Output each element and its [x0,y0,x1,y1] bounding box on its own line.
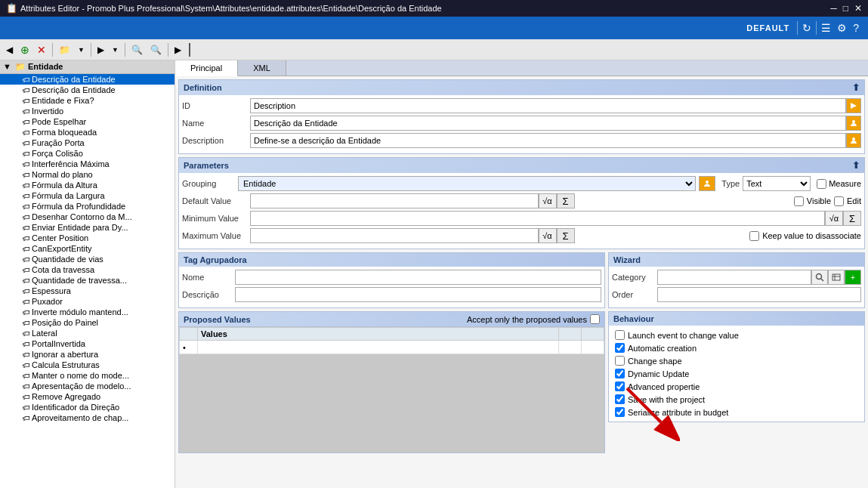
behaviour-check-2[interactable] [615,356,625,366]
tree-item-1[interactable]: 🏷 Descrição da Entidade [0,85,175,95]
tree-item-label-21: Puxador [32,297,63,306]
minimize-btn[interactable]: ─ [830,3,837,14]
minimum-value-input[interactable] [250,211,825,226]
refresh-btn[interactable]: ↻ [799,20,814,36]
behaviour-check-1[interactable] [615,343,625,353]
folder-btn[interactable]: 📁 [56,42,73,57]
definition-collapse-btn[interactable]: ⬆ [852,82,860,93]
behaviour-check-6[interactable] [615,407,625,417]
tree-item-17[interactable]: 🏷 Quantidade de vias [0,254,175,264]
behaviour-check-0[interactable] [615,330,625,340]
tree-item-27[interactable]: 🏷 Calcula Estruturas [0,360,175,370]
id-icon-btn[interactable] [846,98,861,113]
run-btn[interactable]: ▶ [171,42,184,57]
tree-item-18[interactable]: 🏷 Cota da travessa [0,264,175,275]
grouping-select[interactable]: Entidade [238,176,696,191]
default-sqrt-btn[interactable]: √α [539,193,557,208]
item-icon-9: 🏷 [23,171,30,179]
min-sqrt-btn[interactable]: √α [825,211,843,226]
search-btn2[interactable]: 🔍 [147,42,165,57]
proposed-cell-val[interactable] [198,341,559,354]
name-icon-btn[interactable] [846,116,861,131]
behaviour-check-3[interactable] [615,369,625,378]
tree-item-25[interactable]: 🏷 PortalInvertida [0,338,175,349]
tree-item-15[interactable]: 🏷 Center Position [0,233,175,243]
menu-btn[interactable]: ☰ [818,20,834,36]
tree-item-24[interactable]: 🏷 Lateral [0,328,175,338]
visible-checkbox[interactable] [794,196,804,206]
search-btn1[interactable]: 🔍 [128,42,146,57]
tab-xml[interactable]: XML [238,60,286,76]
tree-item-6[interactable]: 🏷 Furação Porta [0,137,175,148]
name-input[interactable] [250,116,846,131]
tree-item-32[interactable]: 🏷 Aproveitamento de chap... [0,412,175,423]
maximum-value-input[interactable] [250,228,539,243]
root-expand-icon[interactable]: ▼ [3,62,11,71]
default-sum-btn[interactable]: Σ [557,193,575,208]
tree-item-8[interactable]: 🏷 Interferência Máxima [0,159,175,169]
category-search-btn[interactable] [811,270,828,285]
profile-badge[interactable]: DEFAULT [746,23,789,32]
add-btn[interactable]: ⊕ [17,42,32,58]
tree-item-11[interactable]: 🏷 Fórmula da Largura [0,190,175,201]
tree-item-23[interactable]: 🏷 Posição do Painel [0,317,175,328]
grouping-icon-btn[interactable] [699,176,715,191]
tree-item-19[interactable]: 🏷 Quantidade de travessa... [0,275,175,286]
tab-principal[interactable]: Principal [175,60,238,76]
category-find-btn[interactable] [828,270,845,285]
parameters-collapse-btn[interactable]: ⬆ [852,160,860,171]
tree-item-2[interactable]: 🏷 Entidade e Fixa? [0,95,175,106]
id-input[interactable] [250,98,846,113]
tree-item-26[interactable]: 🏷 Ignorar a abertura [0,349,175,360]
tree-item-16[interactable]: 🏷 CanExportEntity [0,243,175,254]
behaviour-label-6: Serialize attribute in budget [628,408,728,417]
tree-item-3[interactable]: 🏷 Invertido [0,106,175,116]
tree-item-28[interactable]: 🏷 Manter o nome do mode... [0,370,175,381]
tree-item-20[interactable]: 🏷 Espessura [0,286,175,296]
tree-item-30[interactable]: 🏷 Remove Agregado [0,391,175,402]
description-input[interactable] [250,133,846,148]
tree-item-5[interactable]: 🏷 Forma bloqueada [0,127,175,137]
tree-item-13[interactable]: 🏷 Desenhar Contorno da M... [0,212,175,222]
category-add-btn[interactable]: + [845,270,861,285]
tree-item-14[interactable]: 🏷 Enviar Entidade para Dy... [0,222,175,233]
type-select[interactable]: Text [743,176,811,191]
maximize-btn[interactable]: □ [843,3,848,14]
tree-item-31[interactable]: 🏷 Identificador da Direção [0,402,175,412]
tree-item-12[interactable]: 🏷 Fórmula da Profundidade [0,201,175,212]
play-btn[interactable]: ▶ [94,42,107,57]
tree-item-4[interactable]: 🏷 Pode Espelhar [0,116,175,127]
max-sum-btn[interactable]: Σ [557,228,575,243]
accept-checkbox[interactable] [590,314,600,324]
help-btn[interactable]: ? [850,20,862,36]
order-input[interactable] [657,287,861,302]
back-btn[interactable]: ◀ [3,42,16,57]
behaviour-label-3: Dynamic Update [628,369,689,378]
dropdown-btn1[interactable]: ▼ [75,44,88,56]
settings-btn[interactable]: ⚙ [834,20,850,36]
keep-value-checkbox[interactable] [749,231,759,241]
tree-item-9[interactable]: 🏷 Normal do plano [0,169,175,180]
delete-btn[interactable]: ✕ [34,42,49,58]
default-value-input[interactable] [250,193,539,208]
tree-item-0[interactable]: 🏷 Descrição da Entidade [0,74,175,85]
tree-item-10[interactable]: 🏷 Fórmula da Altura [0,180,175,190]
close-btn[interactable]: ✕ [854,3,862,14]
measure-checkbox[interactable] [817,179,826,189]
tree-item-21[interactable]: 🏷 Puxador [0,296,175,307]
min-sum-btn[interactable]: Σ [843,211,861,226]
tree-item-label-15: Center Position [32,233,88,242]
tree-item-22[interactable]: 🏷 Inverte módulo mantend... [0,307,175,317]
dropdown-btn2[interactable]: ▼ [109,44,122,56]
behaviour-check-4[interactable] [615,381,625,391]
description-icon-btn[interactable] [846,133,861,148]
max-sqrt-btn[interactable]: √α [539,228,557,243]
edit-checkbox[interactable] [834,196,844,206]
tree-item-7[interactable]: 🏷 Força Colisão [0,148,175,159]
category-input[interactable] [657,270,811,285]
svg-point-3 [817,274,822,280]
tree-item-29[interactable]: 🏷 Apresentação de modelo... [0,381,175,391]
nome-input[interactable] [235,270,601,285]
behaviour-check-5[interactable] [615,394,625,404]
descricao-input[interactable] [235,287,601,302]
